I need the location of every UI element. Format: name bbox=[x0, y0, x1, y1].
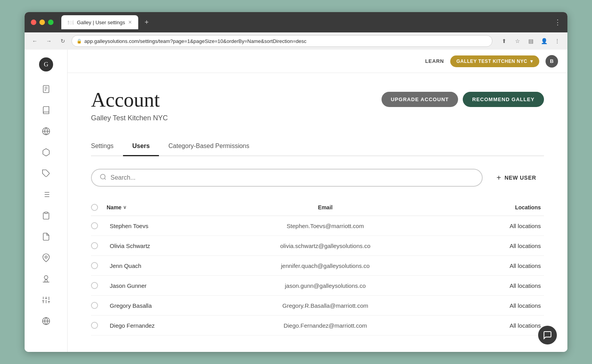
user-email-5: Gregory.R.Basalla@marriott.com bbox=[252, 302, 398, 309]
sidebar: G bbox=[25, 50, 68, 352]
user-name-1: Stephen Toevs bbox=[107, 223, 252, 229]
row-checkbox-4[interactable] bbox=[91, 282, 98, 289]
minimize-dot[interactable] bbox=[39, 20, 45, 25]
page-header: Account Galley Test Kitchen NYC UPGRADE … bbox=[91, 89, 544, 122]
sidebar-item-location[interactable] bbox=[36, 248, 56, 268]
sidebar-item-globe[interactable] bbox=[36, 121, 56, 141]
page-title: Account bbox=[91, 89, 168, 111]
browser-tab[interactable]: 🍽️ Galley | User settings ✕ bbox=[61, 15, 138, 29]
svg-rect-2 bbox=[43, 86, 49, 93]
tab-permissions[interactable]: Category-Based Permissions bbox=[159, 138, 259, 156]
globe2-icon bbox=[42, 317, 50, 325]
learn-link[interactable]: LEARN bbox=[425, 58, 444, 64]
main-content: LEARN GALLEY TEST KITCHEN NYC ▾ B Accoun… bbox=[68, 50, 567, 352]
sidebar-item-document[interactable] bbox=[36, 227, 56, 246]
document-icon bbox=[42, 232, 50, 241]
chef-icon bbox=[42, 275, 50, 283]
upgrade-account-button[interactable]: UPGRADE ACCOUNT bbox=[382, 92, 458, 107]
table-row[interactable]: Stephen Toevs Stephen.Toevs@marriott.com… bbox=[91, 216, 544, 236]
back-button[interactable]: ← bbox=[29, 36, 40, 46]
page-subtitle: Galley Test Kitchen NYC bbox=[91, 114, 168, 122]
row-checkbox-6[interactable] bbox=[91, 322, 98, 329]
url-text: app.galleysolutions.com/settings/team?pa… bbox=[84, 38, 307, 44]
user-name-3: Jenn Quach bbox=[107, 262, 252, 269]
user-avatar[interactable]: B bbox=[546, 55, 558, 68]
page-actions: UPGRADE ACCOUNT RECOMMEND GALLEY bbox=[382, 92, 544, 107]
table-row[interactable]: Jenn Quach jennifer.quach@galleysolution… bbox=[91, 256, 544, 276]
sidebar-item-books[interactable] bbox=[36, 100, 56, 120]
tab-close-button[interactable]: ✕ bbox=[128, 20, 132, 25]
table-row[interactable]: Diego Fernandez Diego.Fernandez@marriott… bbox=[91, 316, 544, 335]
user-locations-4: All locations bbox=[398, 282, 544, 289]
sort-icon: ∨ bbox=[123, 205, 127, 210]
sidebar-item-list[interactable] bbox=[36, 185, 56, 204]
user-email-6: Diego.Fernandez@marriott.com bbox=[252, 322, 398, 329]
row-checkbox-1[interactable] bbox=[91, 222, 98, 229]
chat-widget-button[interactable] bbox=[538, 326, 557, 344]
table-row[interactable]: Jason Gunner jason.gunn@galleysolutions.… bbox=[91, 276, 544, 296]
org-chevron-icon: ▾ bbox=[530, 59, 533, 64]
bookmark-button[interactable]: ☆ bbox=[512, 36, 523, 46]
galley-logo-icon: G bbox=[38, 57, 54, 72]
table-row[interactable]: Gregory Basalla Gregory.R.Basalla@marrio… bbox=[91, 296, 544, 316]
menu-button[interactable]: ⋮ bbox=[552, 36, 563, 46]
svg-rect-15 bbox=[45, 212, 47, 214]
svg-point-16 bbox=[45, 256, 47, 258]
share-button[interactable]: ⬆ bbox=[499, 36, 510, 46]
close-dot[interactable] bbox=[31, 20, 36, 25]
plus-icon: + bbox=[497, 173, 501, 182]
user-email-1: Stephen.Toevs@marriott.com bbox=[252, 223, 398, 229]
user-locations-1: All locations bbox=[398, 223, 544, 229]
tab-users[interactable]: Users bbox=[123, 138, 159, 156]
maximize-dot[interactable] bbox=[48, 20, 53, 25]
svg-point-17 bbox=[44, 276, 48, 279]
location-icon bbox=[42, 253, 50, 262]
page-title-block: Account Galley Test Kitchen NYC bbox=[91, 89, 168, 122]
address-bar[interactable]: 🔒 app.galleysolutions.com/settings/team?… bbox=[71, 35, 492, 47]
new-user-button[interactable]: + NEW USER bbox=[489, 170, 544, 186]
search-row: + NEW USER bbox=[91, 169, 544, 187]
users-table: Name ∨ Email Locations Stephen Toe bbox=[91, 199, 544, 335]
list-icon bbox=[42, 190, 50, 199]
row-checkbox-5[interactable] bbox=[91, 302, 98, 309]
user-locations-2: All locations bbox=[398, 243, 544, 249]
select-all-checkbox[interactable] bbox=[91, 204, 98, 211]
sliders-icon bbox=[42, 296, 50, 304]
sidebar-item-tag[interactable] bbox=[36, 164, 56, 183]
clipboard-icon bbox=[42, 211, 50, 220]
tag-icon bbox=[42, 169, 50, 178]
forward-button[interactable]: → bbox=[43, 36, 54, 46]
sidebar-item-globe2[interactable] bbox=[36, 311, 56, 331]
row-checkbox-3[interactable] bbox=[91, 262, 98, 269]
user-locations-3: All locations bbox=[398, 262, 544, 269]
sidebar-item-recipes[interactable] bbox=[36, 79, 56, 99]
globe-icon bbox=[42, 127, 50, 136]
user-email-3: jennifer.quach@galleysolutions.co bbox=[252, 262, 398, 269]
svg-line-30 bbox=[104, 178, 105, 180]
name-column-header[interactable]: Name ∨ bbox=[107, 204, 252, 211]
svg-text:G: G bbox=[44, 61, 48, 68]
sidebar-item-package[interactable] bbox=[36, 143, 56, 162]
table-row[interactable]: Olivia Schwartz olivia.schwartz@galleyso… bbox=[91, 236, 544, 256]
new-user-label: NEW USER bbox=[505, 175, 536, 181]
table-header: Name ∨ Email Locations bbox=[91, 199, 544, 216]
book-icon bbox=[42, 106, 50, 114]
reload-button[interactable]: ↻ bbox=[57, 36, 68, 46]
sidebar-logo[interactable]: G bbox=[37, 56, 55, 73]
user-email-4: jason.gunn@galleysolutions.co bbox=[252, 282, 398, 289]
org-selector[interactable]: GALLEY TEST KITCHEN NYC ▾ bbox=[450, 55, 539, 67]
more-options-icon[interactable]: ⋮ bbox=[554, 18, 561, 27]
tab-settings[interactable]: Settings bbox=[91, 138, 123, 156]
search-container bbox=[91, 169, 483, 187]
reading-view-button[interactable]: ▤ bbox=[525, 36, 536, 46]
svg-point-29 bbox=[100, 174, 105, 179]
tabs-container: Settings Users Category-Based Permission… bbox=[91, 138, 544, 156]
profile-button[interactable]: 👤 bbox=[539, 36, 549, 46]
row-checkbox-2[interactable] bbox=[91, 242, 98, 249]
recommend-galley-button[interactable]: RECOMMEND GALLEY bbox=[463, 92, 544, 107]
sidebar-item-sliders[interactable] bbox=[36, 290, 56, 310]
sidebar-item-chef[interactable] bbox=[36, 269, 56, 289]
new-tab-button[interactable]: + bbox=[144, 18, 149, 27]
sidebar-item-clipboard[interactable] bbox=[36, 206, 56, 225]
search-input[interactable] bbox=[111, 174, 474, 181]
